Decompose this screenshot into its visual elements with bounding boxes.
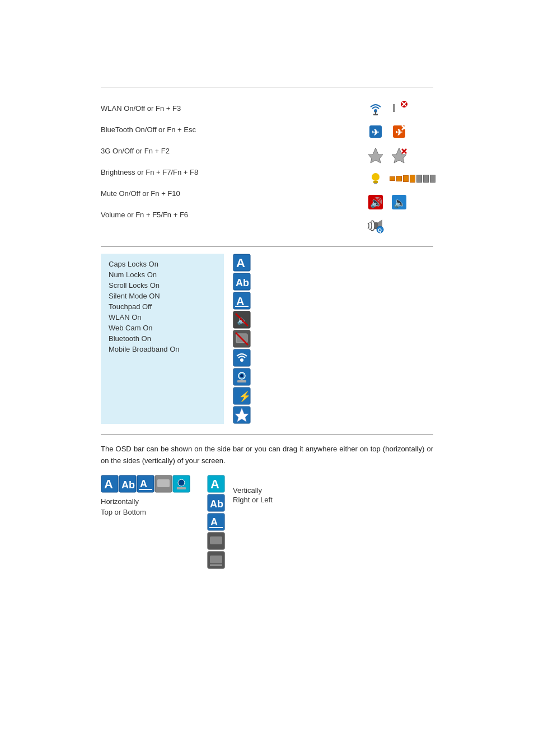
3g-off-icon — [390, 146, 409, 165]
3g-label: 3G On/Off or Fn + F2 — [101, 147, 170, 155]
bluetooth-off-icon: ✈ — [390, 122, 409, 141]
num-lock-status: Num Locks On — [109, 270, 216, 279]
osd-description: The OSD bar can be shown on the side bar… — [101, 444, 433, 467]
wlan-label: WLAN On/Off or Fn + F3 — [101, 104, 181, 113]
svg-rect-59 — [157, 479, 170, 487]
svg-text:A: A — [210, 477, 219, 491]
shortcuts-list: WLAN On/Off or Fn + F3 BlueTooth On/Off … — [101, 97, 366, 236]
vertical-label-2: Right or Left — [233, 496, 273, 504]
mute-off-icon: 🔈 — [390, 193, 409, 212]
mute-feature-row: Mute On/Off or Fn + F10 — [101, 183, 355, 204]
svg-text:✈: ✈ — [372, 128, 380, 137]
osd-vertical-example-strip: A Ab A — [207, 475, 225, 569]
osd-examples: A Ab A — [101, 475, 433, 569]
svg-text:A: A — [236, 256, 245, 270]
horizontal-label-2: Top or Bottom — [101, 508, 146, 516]
bluetooth-icons-row: ✈ ✈ — [366, 121, 409, 142]
svg-text:A: A — [210, 516, 218, 528]
bluetooth-feature-row: BlueTooth On/Off or Fn + Esc — [101, 119, 355, 140]
wlan-off-icon: I — [390, 99, 409, 118]
svg-point-61 — [178, 479, 185, 486]
shortcuts-icons: I ✈ ✈ — [366, 97, 433, 236]
osd-horizontal-strip: A Ab A — [101, 475, 190, 493]
brightness-label: Brightness or Fn + F7/Fn + F8 — [101, 168, 198, 176]
svg-point-42 — [240, 358, 243, 362]
brightness-feature-row: Brightness or Fn + F7/Fn + F8 — [101, 161, 355, 183]
svg-point-45 — [240, 374, 243, 377]
wlan-feature-row: WLAN On/Off or Fn + F3 — [101, 97, 355, 119]
volume-label: Volume or Fn + F5/Fn + F6 — [101, 211, 188, 219]
svg-text:A: A — [236, 295, 244, 307]
silent-mode-status: Silent Mode ON — [109, 291, 216, 301]
svg-rect-41 — [233, 349, 250, 366]
brightness-icons-row — [366, 168, 435, 189]
svg-text:Ab: Ab — [210, 498, 223, 510]
bluetooth-label: BlueTooth On/Off or Fn + Esc — [101, 125, 196, 134]
svg-rect-18 — [373, 181, 378, 183]
svg-marker-13 — [368, 148, 383, 163]
bluetooth-on-status: Bluetooth On — [109, 334, 216, 343]
3g-on-icon — [366, 146, 385, 165]
3g-feature-row: 3G On/Off or Fn + F2 — [101, 140, 355, 161]
volume-icons-row: Q — [366, 215, 385, 236]
horizontal-example: A Ab A — [101, 475, 190, 516]
bluetooth-on-icon: ✈ — [366, 122, 385, 141]
volume-down-icon: Q — [366, 216, 385, 235]
brightness-bulb-icon — [366, 169, 385, 188]
svg-rect-71 — [210, 536, 222, 544]
caps-lock-status: Caps Locks On — [109, 259, 216, 269]
svg-rect-46 — [237, 380, 246, 382]
svg-text:Ab: Ab — [236, 277, 249, 288]
svg-rect-62 — [177, 487, 186, 489]
mute-icons-row: 🔊 🔈 — [366, 192, 409, 213]
wlan-on-status: WLAN On — [109, 312, 216, 322]
svg-text:⚡: ⚡ — [238, 390, 251, 403]
svg-text:I: I — [392, 102, 396, 114]
horizontal-label-1: Horizontally — [101, 497, 139, 506]
mute-on-icon: 🔊 — [366, 193, 385, 212]
wlan-on-icon — [366, 99, 385, 118]
webcam-on-status: Web Cam On — [109, 323, 216, 333]
svg-text:🔊: 🔊 — [370, 197, 383, 209]
osd-status-section: Caps Locks On Num Locks On Scroll Locks … — [101, 247, 433, 435]
vertical-labels: Vertically Right or Left — [233, 475, 273, 504]
svg-rect-73 — [210, 556, 222, 563]
svg-rect-19 — [374, 183, 377, 184]
keyboard-shortcuts-section: WLAN On/Off or Fn + F3 BlueTooth On/Off … — [101, 87, 433, 247]
svg-text:Ab: Ab — [121, 479, 135, 491]
svg-marker-14 — [392, 148, 406, 163]
svg-text:A: A — [104, 477, 113, 491]
svg-text:Q: Q — [378, 227, 382, 233]
svg-point-17 — [372, 173, 380, 181]
mute-label: Mute On/Off or Fn + F10 — [101, 189, 180, 198]
vertical-label-1: Vertically — [233, 486, 273, 494]
svg-rect-2 — [373, 114, 378, 115]
osd-strip-vertical: A Ab A 🔈 — [233, 254, 251, 424]
status-list: Caps Locks On Num Locks On Scroll Locks … — [101, 254, 224, 424]
osd-vertical-icons: A Ab A 🔈 — [224, 254, 251, 424]
wlan-icons-row: I — [366, 97, 409, 119]
touchpad-off-status: Touchpad Off — [109, 302, 216, 311]
brightness-bar — [390, 174, 435, 183]
svg-text:A: A — [140, 478, 147, 489]
svg-text:🔈: 🔈 — [394, 197, 406, 209]
vertical-example: A Ab A — [207, 475, 273, 569]
volume-feature-row: Volume or Fn + F5/Fn + F6 — [101, 204, 355, 225]
mobile-broadband-status: Mobile Broadband On — [109, 344, 216, 354]
3g-icons-row — [366, 144, 409, 166]
osd-description-section: The OSD bar can be shown on the side bar… — [101, 444, 433, 580]
scroll-lock-status: Scroll Locks On — [109, 281, 216, 290]
